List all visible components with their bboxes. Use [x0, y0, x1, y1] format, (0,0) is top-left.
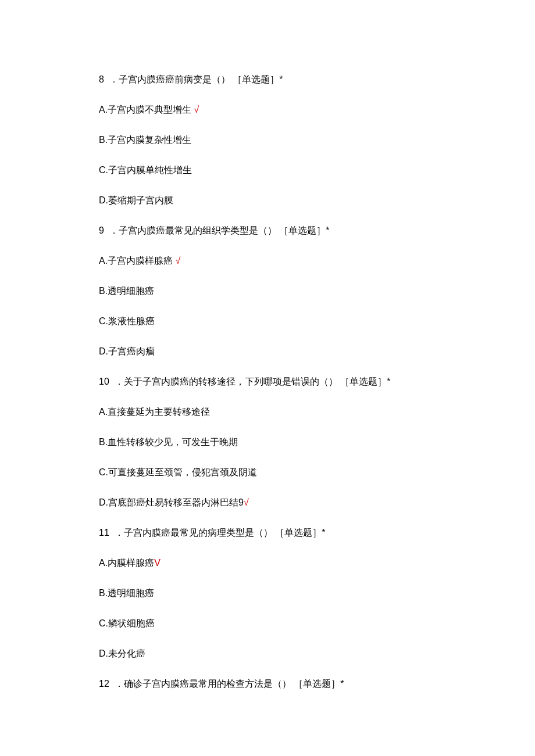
question-text: ．子宫内膜癌癌前病变是（） ［单选题］*: [104, 74, 283, 84]
option-row: C.可直接蔓延至颈管，侵犯宫颈及阴道: [99, 465, 436, 479]
question-stem: 8 ．子宫内膜癌癌前病变是（） ［单选题］*: [99, 73, 436, 87]
option-label: A.子宫内膜不典型增生: [99, 105, 191, 114]
correct-mark-icon: V: [154, 558, 160, 568]
option-label: B.透明细胞癌: [99, 286, 154, 296]
option-row: B.血性转移较少见，可发生于晚期: [99, 435, 436, 449]
option-label: A.内膜样腺癌: [99, 558, 154, 568]
question-number: 9: [99, 225, 104, 235]
option-label: B.透明细胞癌: [99, 588, 154, 598]
option-label: C.子宫内膜单纯性增生: [99, 165, 192, 175]
option-row: C.子宫内膜单纯性增生: [99, 163, 436, 177]
question-text: ．子宫内膜癌最常见的组织学类型是（） ［单选题］*: [104, 225, 330, 235]
question-stem: 10 ．关于子宫内膜癌的转移途径，下列哪项是错误的（） ［单选题］*: [99, 375, 436, 389]
option-row: C.鳞状细胞癌: [99, 617, 436, 630]
question-text: ．关于子宫内膜癌的转移途径，下列哪项是错误的（） ［单选题］*: [109, 377, 391, 386]
option-label: A.子宫内膜样腺癌: [99, 256, 173, 266]
question-stem: 9 ．子宫内膜癌最常见的组织学类型是（） ［单选题］*: [99, 224, 436, 238]
question-text: ．确诊子宫内膜癌最常用的检查方法是（） ［单选题］*: [109, 679, 344, 689]
correct-mark-icon: √: [173, 256, 180, 266]
question-number: 8: [99, 74, 104, 84]
option-label: B.血性转移较少见，可发生于晚期: [99, 437, 238, 447]
option-label: B.子宫内膜复杂性增生: [99, 135, 191, 145]
question-stem: 11 ．子宫内膜癌最常见的病理类型是（） ［单选题］*: [99, 526, 436, 540]
option-row: A.直接蔓延为主要转移途径: [99, 405, 436, 419]
option-row: D.未分化癌: [99, 647, 436, 661]
option-row: A.子宫内膜样腺癌 √: [99, 254, 436, 268]
option-label: D.宫底部癌灶易转移至器内淋巴结9: [99, 497, 244, 507]
option-row: A.子宫内膜不典型增生 √: [99, 103, 436, 117]
option-row: B.子宫内膜复杂性增生: [99, 133, 436, 147]
option-row: B.透明细胞癌: [99, 586, 436, 600]
correct-mark-icon: √: [244, 497, 249, 507]
option-label: D.子宫癌肉瘤: [99, 346, 155, 356]
option-label: A.直接蔓延为主要转移途径: [99, 407, 210, 417]
question-number: 12: [99, 679, 109, 689]
option-label: C.鳞状细胞癌: [99, 618, 155, 628]
option-label: D.未分化癌: [99, 648, 145, 658]
option-row: D.宫底部癌灶易转移至器内淋巴结9√: [99, 496, 436, 510]
option-row: D.子宫癌肉瘤: [99, 345, 436, 359]
question-number: 10: [99, 377, 109, 386]
option-row: A.内膜样腺癌V: [99, 556, 436, 570]
question-text: ．子宫内膜癌最常见的病理类型是（） ［单选题］*: [109, 528, 326, 538]
question-number: 11: [99, 528, 109, 538]
option-row: C.浆液性腺癌: [99, 314, 436, 328]
correct-mark-icon: √: [191, 105, 199, 114]
option-label: C.浆液性腺癌: [99, 316, 155, 326]
option-row: B.透明细胞癌: [99, 284, 436, 298]
option-label: D.萎缩期子宫内膜: [99, 195, 173, 205]
option-row: D.萎缩期子宫内膜: [99, 194, 436, 207]
option-label: C.可直接蔓延至颈管，侵犯宫颈及阴道: [99, 467, 257, 477]
question-stem: 12 ．确诊子宫内膜癌最常用的检查方法是（） ［单选题］*: [99, 677, 436, 691]
